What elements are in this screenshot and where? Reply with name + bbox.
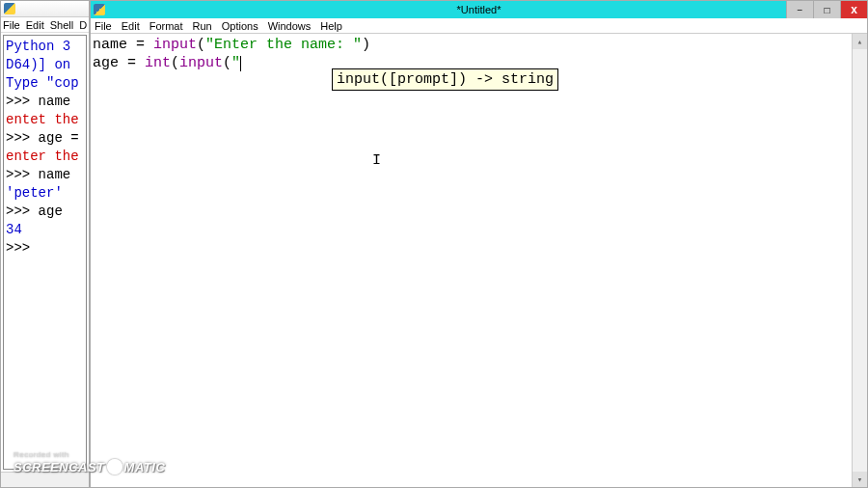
editor-menubar: File Edit Format Run Options Windows Hel…	[91, 18, 867, 34]
code-editor[interactable]: name = input("Enter the name: ") age = i…	[91, 34, 852, 487]
mouse-text-caret: I	[372, 151, 381, 170]
watermark-logo-icon	[107, 459, 122, 474]
shell-menu-shell[interactable]: Shell	[50, 19, 73, 31]
code-op: =	[136, 37, 145, 53]
editor-menu-format[interactable]: Format	[149, 20, 183, 32]
editor-menu-options[interactable]: Options	[222, 20, 258, 32]
code-text: (	[223, 55, 231, 71]
watermark-brand-right: MATIC	[124, 460, 166, 474]
editor-menu-file[interactable]: File	[95, 20, 112, 32]
python-shell-window: File Edit Shell D Python 3 D64)] on Type…	[0, 0, 90, 488]
shell-line: 'peter'	[6, 185, 63, 201]
shell-menu-debug[interactable]: D	[79, 19, 87, 31]
editor-titlebar[interactable]: *Untitled* − □ x	[91, 1, 867, 18]
shell-line: >>> name	[6, 167, 70, 182]
editor-menu-windows[interactable]: Windows	[268, 20, 312, 32]
code-text	[136, 55, 145, 71]
calltip-tooltip: input([prompt]) -> string	[332, 68, 558, 91]
watermark-brand: SCREENCAST MATIC	[14, 459, 165, 474]
shell-line: Type "cop	[6, 75, 79, 91]
python-icon	[4, 3, 15, 14]
shell-line: >>> age =	[6, 130, 79, 146]
shell-line: D64)] on	[6, 57, 70, 72]
shell-menu-file[interactable]: File	[3, 19, 20, 31]
scroll-up-icon[interactable]: ▴	[853, 34, 867, 49]
shell-line: >>> name	[6, 94, 70, 109]
watermark-caption: Recorded with	[14, 450, 165, 459]
shell-line: 34	[6, 222, 22, 237]
minimize-button[interactable]: −	[786, 1, 813, 18]
code-text: name	[93, 37, 136, 53]
code-text	[145, 37, 153, 53]
shell-line: Python 3	[6, 39, 70, 54]
editor-body: name = input("Enter the name: ") age = i…	[91, 34, 867, 487]
code-text: (	[171, 55, 179, 71]
shell-line: entet the	[6, 112, 79, 127]
scroll-down-icon[interactable]: ▾	[853, 472, 867, 487]
shell-output[interactable]: Python 3 D64)] on Type "cop >>> name ent…	[3, 35, 87, 470]
shell-menubar: File Edit Shell D	[1, 17, 89, 33]
maximize-button[interactable]: □	[813, 1, 840, 18]
editor-menu-edit[interactable]: Edit	[122, 20, 140, 32]
python-icon	[94, 4, 105, 15]
code-string: "	[231, 55, 240, 71]
close-button[interactable]: x	[840, 1, 867, 18]
editor-window: *Untitled* − □ x File Edit Format Run Op…	[90, 0, 868, 488]
code-text: (	[197, 37, 205, 53]
code-text: )	[362, 37, 370, 53]
watermark: Recorded with SCREENCAST MATIC	[14, 450, 165, 474]
code-builtin: int	[145, 55, 171, 71]
code-text: age	[93, 55, 127, 71]
text-cursor	[240, 56, 241, 71]
shell-titlebar[interactable]	[1, 1, 89, 17]
shell-line: >>> age	[6, 203, 63, 219]
editor-vscrollbar[interactable]: ▴ ▾	[852, 34, 867, 487]
editor-menu-help[interactable]: Help	[320, 20, 342, 32]
code-op: =	[127, 55, 136, 71]
code-builtin: input	[153, 37, 197, 53]
shell-menu-edit[interactable]: Edit	[26, 19, 44, 31]
shell-line: enter the	[6, 149, 79, 164]
window-controls: − □ x	[786, 1, 867, 18]
editor-menu-run[interactable]: Run	[193, 20, 212, 32]
scroll-track[interactable]	[853, 49, 867, 472]
code-string: "Enter the name: "	[205, 37, 362, 53]
watermark-brand-left: SCREENCAST	[14, 460, 105, 474]
code-builtin: input	[179, 55, 223, 71]
shell-line: >>>	[6, 240, 39, 256]
editor-title: *Untitled*	[457, 4, 502, 15]
